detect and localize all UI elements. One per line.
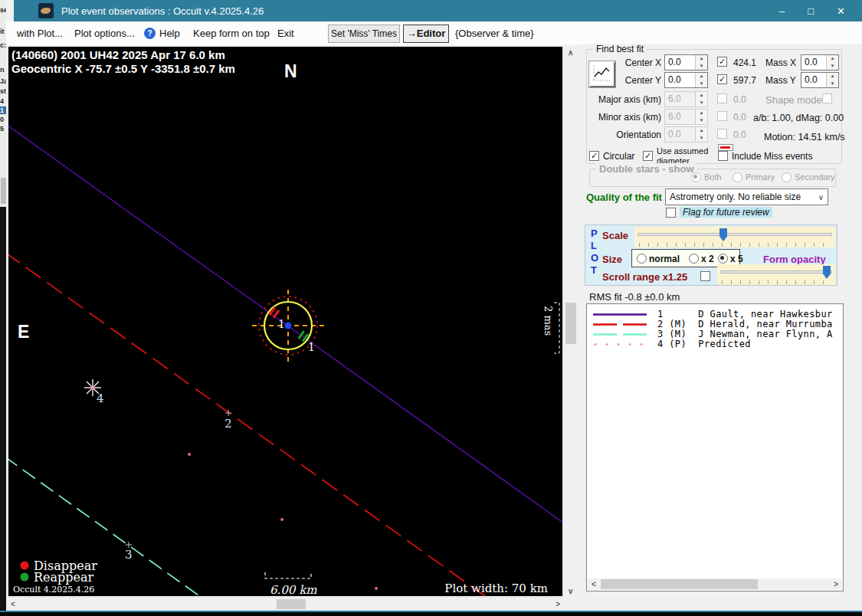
list-hscrollbar[interactable]: < >: [588, 578, 842, 590]
find-fit-graph-button[interactable]: [589, 61, 615, 87]
spin-up-icon: ▲: [696, 110, 707, 117]
minor-fit-checkbox: [717, 111, 727, 121]
spin-down-icon[interactable]: ▼: [696, 80, 707, 88]
spin-up-icon[interactable]: ▲: [827, 55, 838, 63]
help-icon[interactable]: ?: [144, 28, 156, 39]
orientation-spinner[interactable]: 0.0▲▼: [664, 126, 708, 143]
close-button[interactable]: ✕: [837, 5, 845, 17]
mass-y-spinner[interactable]: 0.0▲▼: [801, 72, 839, 88]
spin-up-icon: ▲: [696, 127, 707, 135]
include-miss-label: Include Miss events: [732, 151, 812, 162]
menu-help[interactable]: Help: [159, 28, 180, 39]
mas-label: 2 mas: [542, 306, 554, 336]
fit-y-value: 597.7: [733, 75, 756, 86]
major-axis-spinner[interactable]: 6.0▲▼: [664, 91, 708, 107]
spin-up-icon[interactable]: ▲: [696, 73, 707, 80]
form-opacity-slider[interactable]: [717, 264, 835, 285]
minimize-button[interactable]: –: [779, 5, 785, 17]
plot-letter: O: [591, 252, 598, 264]
editor-button[interactable]: →Editor: [403, 25, 449, 43]
center-x-spinner[interactable]: 0.0▲▼: [664, 54, 708, 70]
fit-y-checkbox[interactable]: ✓: [717, 74, 727, 84]
set-miss-times-button[interactable]: Set 'Miss' Times: [328, 25, 400, 43]
circular-checkbox[interactable]: ✓: [589, 151, 599, 161]
vscroll-thumb[interactable]: [565, 303, 576, 344]
radio-size-x5[interactable]: [718, 254, 728, 264]
include-miss-checkbox[interactable]: [718, 151, 728, 161]
quality-label: Quality of the fit: [586, 192, 662, 203]
size-normal-label: normal: [649, 254, 680, 264]
spin-down-icon: ▼: [696, 135, 707, 143]
observations-listbox[interactable]: 1 D Gault, near Hawkesbur 2 (M) D Herald…: [586, 303, 844, 591]
use-assumed-checkbox[interactable]: ✓: [643, 151, 653, 161]
list-hscroll-thumb[interactable]: [601, 579, 758, 589]
scroll-right-icon[interactable]: >: [556, 600, 560, 608]
scale-slider-thumb[interactable]: [719, 228, 727, 241]
center-point: [285, 323, 292, 329]
plot-area[interactable]: 1 1 2 3 4 (140660) 2001 UH42 2025 Apr 17…: [7, 45, 564, 598]
mass-y-label: Mass Y: [765, 75, 796, 86]
radio-size-x2[interactable]: [689, 254, 699, 264]
disappear-legend-dot: [21, 562, 29, 570]
scroll-up-icon[interactable]: ∧: [568, 48, 573, 57]
menu-keep-on-top[interactable]: Keep form on top: [193, 28, 270, 39]
radio-secondary: [782, 172, 792, 182]
center-y-spinner[interactable]: 0.0▲▼: [664, 72, 708, 88]
scroll-left-icon[interactable]: <: [592, 580, 596, 588]
minor-axis-spinner[interactable]: 6.0▲▼: [664, 109, 708, 125]
spin-up-icon[interactable]: ▲: [827, 73, 838, 80]
spin-down-icon[interactable]: ▼: [827, 80, 838, 88]
minor-axis-label: Minor axis (km): [598, 112, 661, 123]
fit-x-checkbox[interactable]: ✓: [717, 57, 727, 67]
spin-down-icon[interactable]: ▼: [696, 63, 707, 70]
observation-text: 1 D Gault, near Hawkesbur: [657, 309, 833, 319]
flag-review-checkbox[interactable]: [666, 208, 676, 218]
reappear-legend-label: Reappear: [34, 570, 94, 585]
scroll-range-checkbox[interactable]: [700, 271, 710, 281]
east-label: E: [18, 322, 29, 342]
spin-up-icon: ▲: [696, 92, 707, 100]
observation-row[interactable]: 4 (P) Predicted: [587, 339, 843, 349]
maximize-button[interactable]: □: [808, 5, 814, 17]
scale-bar-label: 6.00 km: [270, 583, 317, 596]
orientation-fit-checkbox: [717, 129, 727, 139]
radio-primary-label: Primary: [746, 172, 775, 182]
radio-secondary-label: Secondary: [795, 172, 835, 182]
radio-size-normal[interactable]: [637, 254, 647, 264]
double-stars-label: Double stars - show: [596, 163, 697, 175]
menu-with-plot[interactable]: with Plot...: [17, 28, 63, 39]
double-stars-group: Double stars - show Both Primary Seconda…: [589, 169, 836, 187]
scale-slider[interactable]: [634, 227, 835, 247]
circular-label: Circular: [603, 151, 634, 162]
orientation-fit-value: 0.0: [733, 129, 746, 140]
plot-vscrollbar[interactable]: ∧ ∨: [565, 45, 577, 598]
spin-up-icon[interactable]: ▲: [696, 55, 707, 63]
mass-x-label: Mass X: [765, 57, 796, 68]
scroll-right-icon[interactable]: >: [834, 580, 838, 588]
observation-text: 3 (M) J Newman, near Flynn, A: [657, 329, 833, 339]
quality-dropdown[interactable]: Astrometry only. No reliable size ∨: [665, 188, 828, 205]
predicted-dot: [280, 518, 284, 521]
ab-dmag-label: a/b: 1.00, dMag: 0.00: [753, 113, 841, 123]
menu-plot-options[interactable]: Plot options...: [74, 28, 135, 39]
hscroll-thumb[interactable]: [277, 599, 306, 609]
menu-exit[interactable]: Exit: [277, 28, 294, 39]
observation-text: 4 (P) Predicted: [657, 339, 751, 349]
scroll-down-icon[interactable]: ∨: [568, 587, 573, 595]
center-x-label: Center X: [620, 57, 661, 68]
spin-down-icon[interactable]: ▼: [827, 63, 838, 70]
mass-x-spinner[interactable]: 0.0▲▼: [801, 54, 839, 70]
dropdown-arrow-icon[interactable]: ∨: [814, 193, 828, 202]
predicted-dot: [375, 587, 378, 590]
scroll-left-icon[interactable]: <: [11, 600, 15, 608]
station-label-4: 4: [97, 392, 104, 405]
plot-hscrollbar[interactable]: < >: [7, 598, 564, 610]
plot-controls-panel: P L O T Scale Size normal x 2 x 5 Form o…: [585, 224, 837, 286]
scale-bar: [265, 572, 311, 578]
control-panel: Find best fit Center X 0.0▲▼ ✓ 424.1 Mas…: [577, 44, 862, 611]
window-title: Plot event observations : Occult v.4.202…: [61, 5, 779, 17]
chord-color-chip[interactable]: [718, 144, 733, 151]
title-bar[interactable]: Plot event observations : Occult v.4.202…: [14, 0, 862, 21]
plot-letter: P: [591, 228, 598, 239]
opacity-slider-thumb[interactable]: [823, 266, 831, 279]
